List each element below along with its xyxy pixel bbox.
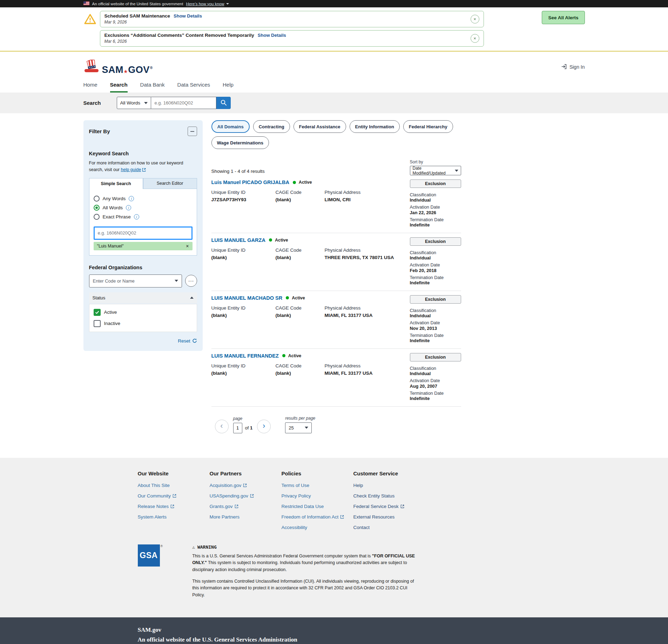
footer-link-label: Terms of Use xyxy=(282,483,310,488)
info-icon[interactable]: i xyxy=(134,214,139,219)
footer-link-label: Freedom of Information Act xyxy=(282,514,339,520)
radio-all-words[interactable]: All Words i xyxy=(94,205,193,211)
page-number-input[interactable] xyxy=(233,423,242,433)
footer-link-accessibility[interactable]: Accessibility xyxy=(282,525,353,530)
remove-keyword-button[interactable]: × xyxy=(186,244,189,249)
site-header: SAM★GOV® Sign In xyxy=(0,52,668,77)
status-inactive-checkbox[interactable]: Inactive xyxy=(94,320,193,327)
how-you-know-link[interactable]: Here’s how you know xyxy=(186,2,229,6)
nav-home[interactable]: Home xyxy=(83,82,97,93)
close-alert-button[interactable]: × xyxy=(471,34,479,43)
entity-name-link[interactable]: LUIS MANUEL FERNANDEZ xyxy=(211,353,279,359)
pagination: ‹ page of 1 › results per page 25 xyxy=(211,416,461,433)
nav-search[interactable]: Search xyxy=(110,82,128,93)
exclusion-button[interactable]: Exclusion xyxy=(410,295,461,304)
footer-link-acquisition-gov[interactable]: Acquisition.gov xyxy=(210,483,282,488)
exclusion-button[interactable]: Exclusion xyxy=(410,237,461,246)
exclusion-button[interactable]: Exclusion xyxy=(410,179,461,188)
footer-link-external-resources[interactable]: External Resources xyxy=(353,514,425,520)
footer-link-terms-of-use[interactable]: Terms of Use xyxy=(282,483,353,488)
termination-date-label: Termination Date xyxy=(410,391,461,396)
nav-data-services[interactable]: Data Services xyxy=(177,82,210,93)
domain-tab-federal-hierarchy[interactable]: Federal Hierarchy xyxy=(403,120,453,133)
results-per-page-select[interactable]: 25 xyxy=(285,422,312,433)
exclusion-button[interactable]: Exclusion xyxy=(410,353,461,361)
classification-value: Individual xyxy=(410,371,461,377)
info-icon[interactable]: i xyxy=(126,205,131,210)
domain-tab-entity-information[interactable]: Entity Information xyxy=(350,120,400,133)
nav-help[interactable]: Help xyxy=(223,82,234,93)
address-label: Physical Address xyxy=(325,363,407,368)
domain-tab-contracting[interactable]: Contracting xyxy=(253,120,290,133)
sign-in-link[interactable]: Sign In xyxy=(561,63,585,71)
next-page-button[interactable]: › xyxy=(257,420,271,433)
radio-any-words[interactable]: Any Words i xyxy=(94,196,193,202)
footer-link-contact[interactable]: Contact xyxy=(353,525,425,530)
entity-name-link[interactable]: Luis Manuel PICADO GRIJALBA xyxy=(211,179,289,185)
gov-banner: An official website of the United States… xyxy=(0,0,668,7)
show-details-link[interactable]: Show Details xyxy=(174,13,202,19)
footer-link-system-alerts[interactable]: System Alerts xyxy=(138,514,210,520)
footer-link-about-this-site[interactable]: About This Site xyxy=(138,483,210,488)
footer-link-our-community[interactable]: Our Community xyxy=(138,493,210,499)
see-all-alerts-button[interactable]: See All Alerts xyxy=(542,11,585,24)
footer-link-restricted-data-use[interactable]: Restricted Data Use xyxy=(282,504,353,509)
sign-in-icon xyxy=(561,63,567,71)
footer-site-tagline: An official website of the U.S. General … xyxy=(138,636,531,643)
footer-col-title: Policies xyxy=(282,470,353,476)
sam-gov-logo[interactable]: SAM★GOV® xyxy=(83,59,153,75)
footer-link-federal-service-desk[interactable]: Federal Service Desk xyxy=(353,504,425,509)
domain-tab-wage-determinations[interactable]: Wage Determinations xyxy=(211,136,269,149)
classification-label: Classification xyxy=(410,366,461,371)
minus-icon xyxy=(190,131,194,132)
keyword-input[interactable] xyxy=(94,226,193,240)
status-active-checkbox[interactable]: Active xyxy=(94,309,193,316)
results-area: All Domains Contracting Federal Assistan… xyxy=(211,120,461,433)
entity-name-link[interactable]: LUIS MANUEL GARZA xyxy=(211,237,265,243)
footer-link-foia[interactable]: Freedom of Information Act xyxy=(282,514,353,520)
search-type-select[interactable]: All Words xyxy=(117,97,151,109)
domain-tab-all-domains[interactable]: All Domains xyxy=(211,120,250,133)
federal-org-placeholder: Enter Code or Name xyxy=(93,278,135,284)
close-alert-button[interactable]: × xyxy=(471,15,479,23)
results-count: Showing 1 - 4 of 4 results xyxy=(211,169,265,175)
domain-tab-federal-assistance[interactable]: Federal Assistance xyxy=(293,120,346,133)
registered-mark: ® xyxy=(161,544,163,548)
footer-link-privacy-policy[interactable]: Privacy Policy xyxy=(282,493,353,499)
footer-link-grants-gov[interactable]: Grants.gov xyxy=(210,504,282,509)
main-search-input[interactable] xyxy=(151,97,216,109)
close-icon: × xyxy=(473,36,476,41)
search-button[interactable] xyxy=(216,97,231,109)
result-card: Luis Manuel PICADO GRIJALBA Active Uniqu… xyxy=(211,175,461,233)
tab-simple-search[interactable]: Simple Search xyxy=(89,178,143,189)
alert-title: Scheduled SAM Maintenance xyxy=(104,13,170,19)
radio-exact-phrase[interactable]: Exact Phrase i xyxy=(94,214,193,220)
sort-select[interactable]: Date Modified/Updated xyxy=(410,166,461,175)
chevron-right-icon: › xyxy=(263,422,265,430)
footer-col-our-website: Our Website About This Site Our Communit… xyxy=(138,470,210,535)
show-details-link[interactable]: Show Details xyxy=(258,33,286,38)
status-section-toggle[interactable]: Status xyxy=(89,292,197,303)
entity-name-link[interactable]: LUIS MANUEL MACHADO SR xyxy=(211,295,283,301)
chevron-down-icon xyxy=(305,427,308,429)
reset-filters-link[interactable]: Reset xyxy=(178,338,197,344)
footer-link-check-entity-status[interactable]: Check Entity Status xyxy=(353,493,425,499)
footer-link-label: System Alerts xyxy=(138,514,167,520)
footer-link-release-notes[interactable]: Release Notes xyxy=(138,504,210,509)
footer-link-help[interactable]: Help xyxy=(353,483,425,488)
footer-link-more-partners[interactable]: More Partners xyxy=(210,514,282,520)
alert-maintenance: Scheduled SAM Maintenance Show Details M… xyxy=(100,11,484,27)
footer-col-title: Customer Service xyxy=(353,470,425,476)
footer-site-name: SAM.gov xyxy=(138,626,531,633)
nav-data-bank[interactable]: Data Bank xyxy=(140,82,165,93)
tab-search-editor[interactable]: Search Editor xyxy=(143,178,197,189)
footer-link-usaspending-gov[interactable]: USASpending.gov xyxy=(210,493,282,499)
help-guide-link[interactable]: help guide xyxy=(121,167,146,173)
previous-page-button[interactable]: ‹ xyxy=(215,420,229,433)
info-icon[interactable]: i xyxy=(129,196,134,201)
keyword-search-title: Keyword Search xyxy=(89,151,197,156)
more-options-button[interactable]: ⋯ xyxy=(185,275,197,287)
federal-org-select[interactable]: Enter Code or Name xyxy=(89,274,182,287)
alert-title: Exclusions “Additional Comments” Content… xyxy=(104,33,254,38)
collapse-filters-button[interactable] xyxy=(188,127,197,136)
